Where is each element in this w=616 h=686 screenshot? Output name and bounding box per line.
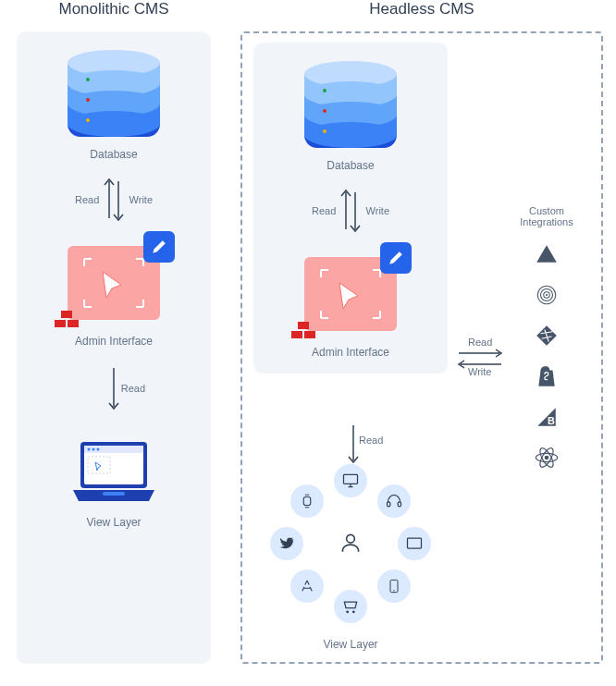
svg-point-30: [393, 590, 394, 591]
edit-icon: [380, 242, 412, 274]
h-write: Write: [468, 366, 491, 377]
write-label: Write: [366, 205, 389, 216]
database-label: Database: [263, 159, 438, 172]
admin-label: Admin Interface: [26, 335, 202, 348]
netlify-icon: [533, 322, 561, 349]
view-label: View Layer: [26, 516, 202, 529]
vercel-icon: [533, 240, 561, 268]
laptop-icon: [68, 436, 160, 510]
circleci-icon: [533, 281, 561, 309]
admin-interface-icon: [295, 248, 406, 340]
headset-icon: [377, 484, 411, 518]
svg-text:B: B: [548, 415, 555, 426]
svg-point-7: [92, 448, 95, 451]
read-label: Read: [312, 205, 336, 216]
svg-point-19: [545, 456, 549, 460]
read-label2: Read: [121, 383, 145, 394]
person-icon: [339, 531, 363, 558]
appstore-icon: [290, 570, 324, 603]
left-panel: Database Read Write: [17, 31, 211, 664]
edit-icon: [143, 231, 175, 263]
phone-icon: [377, 570, 411, 603]
svg-rect-24: [303, 497, 311, 506]
svg-rect-1: [68, 320, 79, 327]
right-container: Database Read Write: [240, 31, 603, 664]
right-title: Headless CMS: [240, 0, 603, 18]
twitter-icon: [270, 527, 303, 560]
bigcommerce-icon: B: [533, 403, 561, 431]
svg-rect-26: [398, 502, 400, 507]
monitor-icon: [398, 527, 431, 560]
view-layer-circle: [263, 464, 438, 640]
svg-rect-23: [344, 474, 358, 484]
database-icon: [68, 50, 160, 142]
desktop-icon: [334, 464, 367, 497]
svg-rect-11: [291, 331, 302, 338]
svg-rect-12: [304, 331, 315, 338]
svg-rect-10: [103, 492, 125, 496]
database-label: Database: [26, 148, 202, 161]
svg-rect-0: [55, 320, 66, 327]
svg-rect-28: [408, 538, 422, 548]
react-icon: [533, 444, 561, 472]
write-label: Write: [129, 194, 153, 205]
admin-interface-icon: [58, 237, 169, 329]
read-label3: Read: [359, 435, 383, 446]
svg-point-8: [97, 448, 100, 451]
svg-rect-2: [61, 311, 72, 318]
shopify-icon: [533, 362, 561, 390]
read-label: Read: [75, 194, 99, 205]
database-icon: [304, 61, 397, 153]
svg-rect-25: [388, 502, 390, 507]
svg-point-27: [347, 534, 355, 543]
svg-point-6: [88, 448, 91, 451]
view-label: View Layer: [263, 638, 438, 651]
watch-icon: [290, 484, 324, 518]
right-panel: Database Read Write: [253, 43, 448, 374]
svg-rect-13: [298, 322, 309, 329]
svg-point-17: [546, 294, 548, 296]
cart-icon: [334, 590, 367, 623]
left-title: Monolithic CMS: [17, 0, 211, 18]
integrations-label: Custom Integrations: [505, 205, 588, 227]
admin-label: Admin Interface: [263, 346, 438, 359]
h-read: Read: [468, 337, 492, 348]
